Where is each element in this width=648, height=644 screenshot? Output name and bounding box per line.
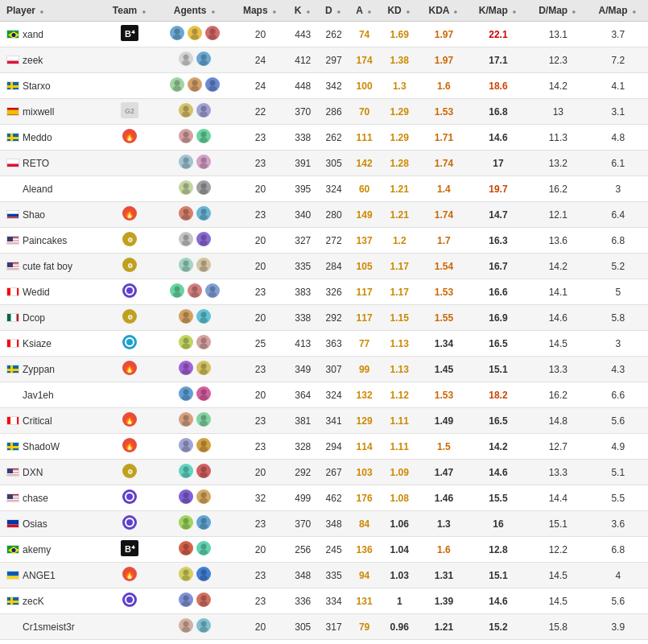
sort-d-icon[interactable]: ⬥ <box>336 7 341 15</box>
svg-point-135 <box>201 312 207 318</box>
player-name: Aleand <box>0 176 103 202</box>
amap-value: 6.8 <box>588 228 648 254</box>
kmap-value: 16.7 <box>468 254 528 279</box>
kd-value: 1.03 <box>379 563 419 588</box>
col-maps[interactable]: Maps ⬥ <box>233 0 287 22</box>
kd-value: 1.17 <box>379 254 419 279</box>
player-name: Ksiaze <box>0 331 103 357</box>
svg-point-259 <box>201 596 207 601</box>
kda-value: 1.34 <box>419 331 468 357</box>
svg-point-154 <box>184 364 189 369</box>
kmap-value: 18.6 <box>468 73 528 99</box>
svg-point-21 <box>200 60 208 66</box>
svg-rect-128 <box>17 314 19 322</box>
kmap-value: 16.6 <box>468 279 528 305</box>
dmap-value: 12.2 <box>528 537 588 563</box>
col-agents[interactable]: Agents ⬥ <box>157 0 233 22</box>
svg-point-64 <box>184 184 189 189</box>
svg-text:🔥: 🔥 <box>124 208 135 219</box>
dmap-value: 12.3 <box>528 47 588 73</box>
svg-text:🔥: 🔥 <box>124 414 135 425</box>
a-value: 94 <box>349 563 380 588</box>
sort-amap-icon[interactable]: ⬥ <box>632 7 636 15</box>
amap-value: 4 <box>588 563 648 588</box>
svg-point-157 <box>201 364 207 369</box>
player-name: zecK <box>0 588 103 614</box>
kmap-value: 12.8 <box>468 537 528 563</box>
svg-text:B⁴: B⁴ <box>125 544 135 554</box>
kmap-value: 14.6 <box>468 460 528 485</box>
svg-text:⚙: ⚙ <box>127 262 133 270</box>
amap-value: 7.2 <box>588 47 648 73</box>
svg-rect-209 <box>7 502 19 502</box>
svg-point-50 <box>184 132 189 138</box>
kda-value: 1.74 <box>419 202 468 228</box>
kd-value: 1.11 <box>379 408 419 434</box>
player-name: RETO <box>0 151 103 176</box>
a-value: 176 <box>349 485 380 511</box>
sort-kd-icon[interactable]: ⬥ <box>406 7 410 15</box>
sort-kda-icon[interactable]: ⬥ <box>453 7 457 15</box>
d-value: 335 <box>318 563 349 588</box>
svg-rect-150 <box>7 369 19 371</box>
col-amap[interactable]: A/Map ⬥ <box>588 0 648 22</box>
kmap-value: 14.7 <box>468 202 528 228</box>
table-row: ANGE1 🔥 23 348 335 94 1.03 1.31 15.1 14.… <box>0 563 648 588</box>
kda-value: 1.97 <box>419 47 468 73</box>
col-kmap[interactable]: K/Map ⬥ <box>468 0 528 22</box>
a-value: 149 <box>349 202 380 228</box>
maps-value: 24 <box>233 47 287 73</box>
player-name: chase <box>0 485 103 511</box>
d-value: 286 <box>318 99 349 125</box>
col-kda[interactable]: KDA ⬥ <box>419 0 468 22</box>
team-logo: 🔥 <box>103 434 157 460</box>
table-row: Paincakes ⚙ 20 327 272 137 1.2 1.7 16.3 … <box>0 228 648 254</box>
col-k[interactable]: K ⬥ <box>287 0 318 22</box>
team-logo: 🔥 <box>103 202 157 228</box>
dmap-value: 13.2 <box>528 151 588 176</box>
svg-point-249 <box>200 576 208 581</box>
svg-point-76 <box>182 215 190 221</box>
svg-point-217 <box>201 493 207 498</box>
amap-value: 3.1 <box>588 99 648 125</box>
col-player[interactable]: Player ⬥ <box>0 0 103 22</box>
kmap-value: 16 <box>468 511 528 537</box>
maps-value: 20 <box>233 228 287 254</box>
col-kd[interactable]: KD ⬥ <box>379 0 419 22</box>
svg-rect-127 <box>11 314 17 322</box>
svg-point-140 <box>122 335 137 349</box>
sort-a-icon[interactable]: ⬥ <box>367 7 371 15</box>
team-logo <box>103 279 157 305</box>
sort-agents-icon[interactable]: ⬥ <box>211 7 215 15</box>
kd-value: 1.2 <box>379 228 419 254</box>
maps-value: 20 <box>233 176 287 202</box>
col-a[interactable]: A ⬥ <box>349 0 380 22</box>
team-logo: 🔥 <box>103 408 157 434</box>
d-value: 307 <box>318 357 349 382</box>
svg-point-256 <box>184 596 189 601</box>
agent-images <box>157 331 233 357</box>
sort-team-icon[interactable]: ⬥ <box>142 7 146 15</box>
team-logo <box>103 382 157 408</box>
svg-point-236 <box>182 550 190 555</box>
svg-point-40 <box>182 112 190 118</box>
col-d[interactable]: D ⬥ <box>318 0 349 22</box>
svg-point-211 <box>122 489 137 504</box>
sort-k-icon[interactable]: ⬥ <box>306 7 310 15</box>
agent-images <box>157 279 233 305</box>
kda-value: 1.2 <box>419 640 468 645</box>
kmap-value: 15.1 <box>468 563 528 588</box>
k-value: 336 <box>287 588 318 614</box>
d-value: 324 <box>318 176 349 202</box>
sort-maps-icon[interactable]: ⬥ <box>272 7 276 15</box>
col-team[interactable]: Team ⬥ <box>103 0 157 22</box>
d-value: 262 <box>318 22 349 47</box>
table-row: Rexy 21 293 315 88 0.93 1.2 13.9 15 4.1 <box>0 640 648 645</box>
table-row: Starxo 24 448 342 100 1.3 1.6 18.6 14.2 … <box>0 73 648 99</box>
sort-kmap-icon[interactable]: ⬥ <box>512 7 516 15</box>
agent-images <box>157 614 233 640</box>
col-dmap[interactable]: D/Map ⬥ <box>528 0 588 22</box>
sort-player-icon[interactable]: ⬥ <box>39 7 43 15</box>
k-value: 391 <box>287 151 318 176</box>
sort-dmap-icon[interactable]: ⬥ <box>572 7 576 15</box>
